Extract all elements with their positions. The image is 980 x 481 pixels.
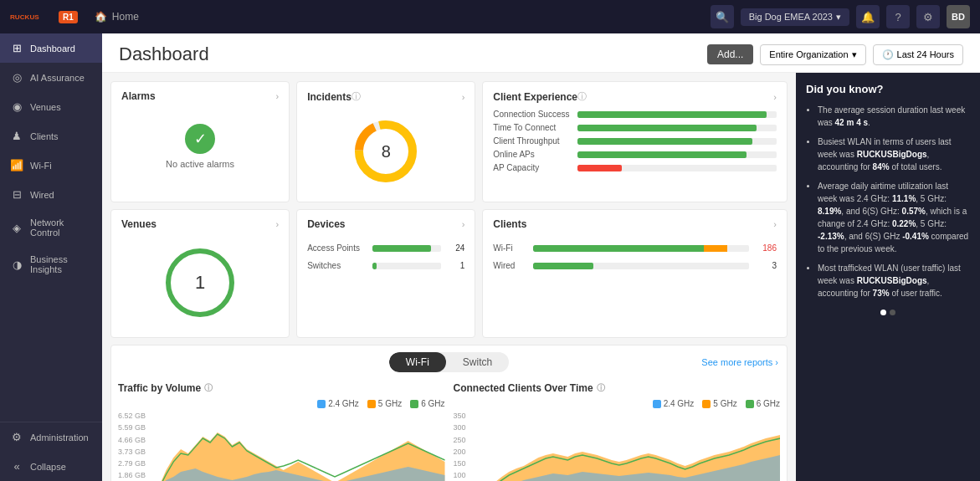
clients-legend-label-5ghz: 5 GHz (713, 399, 736, 408)
incidents-card: Incidents ⓘ › 8 (296, 81, 475, 202)
network-control-icon: ◈ (10, 222, 23, 234)
dyk-item-2: Average daily airtime utilization last w… (818, 180, 970, 255)
sidebar-item-clients[interactable]: ♟ Clients (0, 121, 102, 151)
client-row-wired: Wired 3 (493, 261, 777, 270)
tab-toggle: Wi-Fi Switch (389, 352, 509, 372)
ce-bar-bg-online-aps (577, 151, 777, 158)
device-bar-ap (372, 245, 431, 252)
device-label-switch: Switches (307, 261, 366, 270)
alarms-chevron-icon[interactable]: › (275, 91, 279, 101)
legend-label-24ghz: 2.4 GHz (328, 399, 359, 408)
tab-wifi[interactable]: Wi-Fi (389, 352, 446, 372)
business-insights-icon: ◑ (10, 258, 23, 271)
dashboard-main: Alarms › ✓ No active alarms Incidents ⓘ (102, 73, 796, 481)
venues-content: 1 (121, 237, 279, 329)
devices-header: Devices › (307, 218, 464, 230)
venues-title: Venues (121, 218, 156, 230)
sidebar-bottom: ⚙ Administration « Collapse (0, 422, 102, 481)
content-area: Dashboard Add... Entire Organization ▾ 🕐… (102, 33, 980, 481)
clients-legend-6ghz: 6 GHz (746, 399, 780, 408)
sidebar-item-business-insights[interactable]: ◑ Business Insights (0, 246, 102, 283)
sidebar-label-business-insights: Business Insights (30, 254, 92, 274)
home-icon: 🏠 (95, 11, 107, 23)
tab-switch[interactable]: Switch (446, 352, 509, 372)
search-icon[interactable]: 🔍 (711, 5, 734, 28)
avatar[interactable]: BD (947, 5, 970, 28)
sidebar-item-wifi[interactable]: 📶 Wi-Fi (0, 151, 102, 180)
incidents-chevron-icon[interactable]: › (462, 92, 465, 102)
ce-bar-bg-connection-success (577, 111, 777, 118)
sidebar-item-network-control[interactable]: ◈ Network Control (0, 209, 102, 246)
time-selector[interactable]: 🕐 Last 24 Hours (873, 44, 963, 65)
home-label[interactable]: Home (112, 11, 139, 23)
legend-label-6ghz: 6 GHz (421, 399, 444, 408)
ce-bar-bg-time-to-connect (577, 125, 777, 131)
alarm-check-icon: ✓ (185, 124, 215, 154)
clients-chart-plot (487, 412, 781, 481)
dyk-dot-2[interactable] (890, 310, 895, 315)
notifications-icon[interactable]: 🔔 (856, 5, 880, 28)
sidebar-item-collapse[interactable]: « Collapse (0, 452, 102, 481)
sidebar-label-wifi: Wi-Fi (30, 161, 52, 171)
clients-yaxis: 350 300 250 200 150 100 50 0 (454, 412, 485, 481)
clients-legend: 2.4 GHz 5 GHz 6 GHz (454, 399, 781, 408)
org-chevron-icon: ▾ (852, 49, 857, 60)
sidebar-label-venues: Venues (30, 102, 61, 112)
ce-info-icon: ⓘ (577, 90, 587, 103)
dyk-dot-1[interactable] (880, 310, 886, 315)
sidebar-item-venues[interactable]: ◉ Venues (0, 92, 102, 121)
devices-rows: Access Points 24 Switches 1 (307, 237, 464, 277)
main-layout: ⊞ Dashboard ◎ AI Assurance ◉ Venues ♟ Cl… (0, 33, 980, 481)
ce-bar-ap-capacity (577, 165, 621, 171)
r1-badge: R1 (59, 11, 78, 23)
wired-icon: ⊟ (10, 188, 23, 201)
venues-card: Venues › 1 (110, 209, 290, 338)
traffic-chart-title: Traffic by Volume ⓘ (118, 382, 445, 394)
clients-card: Clients › Wi-Fi 186 (482, 209, 788, 338)
org-selector[interactable]: Entire Organization ▾ (760, 44, 865, 65)
ce-bar-time-to-connect (577, 125, 757, 131)
wifi-icon: 📶 (10, 159, 23, 171)
dyk-item-1: Busiest WLAN in terms of users last week… (818, 136, 970, 173)
add-button[interactable]: Add... (707, 44, 753, 64)
dyk-pagination (806, 310, 970, 315)
ce-chevron-icon[interactable]: › (773, 92, 777, 102)
clients-chevron-icon[interactable]: › (773, 219, 777, 229)
incidents-header: Incidents ⓘ › (307, 90, 464, 103)
see-more-link[interactable]: See more reports › (701, 357, 778, 367)
device-bar-bg-ap (372, 245, 441, 252)
devices-chevron-icon[interactable]: › (462, 219, 465, 229)
traffic-svg (151, 412, 445, 481)
sidebar-label-ai-assurance: AI Assurance (30, 73, 85, 83)
devices-card: Devices › Access Points 24 Switches (296, 209, 475, 338)
clients-chart-title: Connected Clients Over Time ⓘ (454, 382, 781, 394)
svg-text:RUCKUS: RUCKUS (10, 13, 39, 21)
legend-dot-6ghz (410, 400, 418, 408)
sidebar-item-ai-assurance[interactable]: ◎ AI Assurance (0, 63, 102, 92)
clients-header: Clients › (493, 218, 777, 230)
venues-header: Venues › (121, 218, 279, 230)
alarm-status: No active alarms (166, 159, 234, 169)
sidebar-item-dashboard[interactable]: ⊞ Dashboard (0, 33, 102, 63)
alarms-header: Alarms › (121, 90, 279, 102)
incidents-info-icon[interactable]: ⓘ (351, 90, 361, 103)
legend-label-5ghz: 5 GHz (378, 399, 402, 408)
sidebar-label-administration: Administration (30, 432, 89, 443)
sidebar-label-collapse: Collapse (30, 462, 66, 472)
ai-assurance-icon: ◎ (10, 71, 23, 84)
clients-rows: Wi-Fi 186 Wired (493, 237, 777, 277)
incidents-donut: 8 (352, 118, 419, 185)
legend-dot-5ghz (367, 400, 376, 408)
client-label-wired: Wired (493, 261, 526, 270)
sidebar-item-wired[interactable]: ⊟ Wired (0, 180, 102, 209)
tenant-selector[interactable]: Big Dog EMEA 2023 ▾ (741, 8, 849, 26)
ce-bar-bg-throughput (577, 138, 777, 145)
client-experience-card: Client Experience ⓘ › Connection Success… (482, 81, 788, 202)
help-icon[interactable]: ? (886, 5, 910, 28)
settings-icon[interactable]: ⚙ (916, 5, 940, 28)
venues-chevron-icon[interactable]: › (275, 219, 279, 229)
sidebar-item-administration[interactable]: ⚙ Administration (0, 422, 102, 452)
traffic-legend: 2.4 GHz 5 GHz 6 GHz (118, 399, 445, 408)
clients-icon: ♟ (10, 130, 23, 142)
device-bar-switch (372, 263, 377, 269)
